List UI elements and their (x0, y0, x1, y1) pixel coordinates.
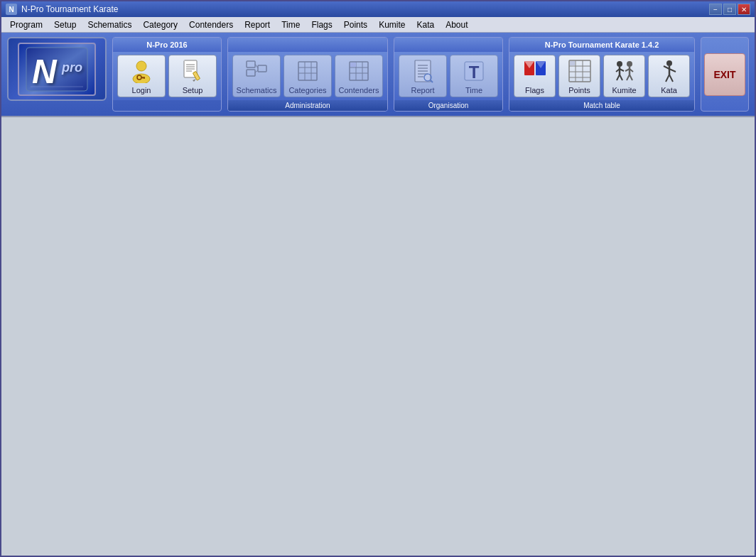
svg-text:pro: pro (61, 60, 82, 75)
org-group-title (394, 38, 502, 52)
kata-icon (657, 58, 682, 84)
toolbar-area: N pro N-Pro 2016 (1, 33, 755, 116)
setup-label: Setup (183, 86, 203, 94)
time-button[interactable]: T Time (450, 55, 498, 97)
login-label: Login (132, 86, 151, 94)
menu-points[interactable]: Points (338, 18, 373, 31)
match-buttons: Flags (509, 52, 694, 100)
org-group: Report T Time Organisation (394, 37, 503, 112)
report-label: Report (411, 86, 434, 94)
menu-kumite[interactable]: Kumite (373, 18, 411, 31)
schematics-button[interactable]: Schematics (232, 55, 281, 97)
window-controls: − □ ✕ (709, 4, 750, 15)
svg-line-71 (666, 75, 669, 82)
kumite-button[interactable]: Kumite (603, 55, 645, 97)
svg-line-59 (617, 75, 620, 80)
login-icon (129, 58, 154, 84)
svg-marker-17 (193, 79, 196, 82)
main-window: N N-Pro Tournament Karate − □ ✕ Program … (0, 0, 756, 557)
main-content-area (1, 116, 755, 556)
categories-icon (295, 58, 320, 84)
svg-point-61 (627, 61, 632, 67)
svg-rect-33 (350, 63, 356, 67)
setup-icon (180, 58, 205, 84)
match-group: N-Pro Tournament Karate 1.4.2 (509, 37, 695, 112)
admin-group-title (228, 38, 387, 52)
svg-line-72 (669, 75, 673, 82)
kata-button[interactable]: Kata (648, 55, 690, 97)
setup-button[interactable]: Setup (168, 55, 217, 97)
exit-label: EXIT (713, 69, 735, 80)
restore-button[interactable]: □ (723, 4, 736, 15)
contenders-label: Contenders (339, 86, 379, 94)
report-icon (410, 58, 436, 84)
close-button[interactable]: ✕ (738, 4, 750, 15)
time-label: Time (465, 86, 482, 94)
admin-title-placeholder (306, 40, 308, 49)
svg-line-60 (620, 75, 622, 80)
npro-group: N-Pro 2016 (112, 37, 222, 112)
svg-line-66 (630, 75, 632, 80)
flags-label: Flags (525, 86, 544, 94)
admin-section-label: Administration (228, 100, 387, 111)
menu-schematics[interactable]: Schematics (82, 18, 137, 31)
menu-report[interactable]: Report (239, 18, 276, 31)
menu-about[interactable]: About (440, 18, 473, 31)
npro-group-title: N-Pro 2016 (113, 38, 221, 52)
match-section-label: Match table (509, 100, 694, 111)
svg-line-41 (431, 80, 433, 82)
svg-point-55 (617, 61, 622, 67)
minimize-button[interactable]: − (709, 4, 722, 15)
kumite-icon (612, 58, 637, 84)
menu-bar: Program Setup Schematics Category Conten… (1, 17, 755, 33)
svg-point-4 (136, 61, 146, 71)
svg-text:N: N (32, 53, 58, 90)
svg-rect-11 (184, 60, 193, 61)
schematics-icon (244, 58, 269, 84)
svg-rect-18 (247, 61, 255, 67)
menu-flags[interactable]: Flags (306, 18, 338, 31)
svg-rect-20 (258, 65, 266, 72)
title-bar: N N-Pro Tournament Karate − □ ✕ (1, 1, 755, 17)
svg-rect-54 (570, 61, 575, 65)
admin-buttons: Schematics Categories (228, 52, 387, 100)
schematics-label: Schematics (237, 86, 277, 94)
menu-kata[interactable]: Kata (411, 18, 440, 31)
title-bar-left: N N-Pro Tournament Karate (6, 4, 119, 15)
menu-program[interactable]: Program (4, 18, 48, 31)
svg-rect-23 (298, 62, 317, 80)
points-label: Points (568, 86, 590, 94)
org-title-placeholder (447, 40, 449, 49)
svg-rect-19 (247, 70, 255, 76)
menu-contenders[interactable]: Contenders (183, 18, 239, 31)
menu-category[interactable]: Category (137, 18, 183, 31)
contenders-icon (346, 58, 372, 84)
exit-button[interactable]: EXIT (704, 53, 745, 96)
logo-inner: N pro (18, 43, 96, 96)
org-buttons: Report T Time (394, 52, 502, 100)
points-button[interactable]: Points (558, 55, 600, 97)
categories-button[interactable]: Categories (284, 55, 332, 97)
time-icon: T (461, 58, 487, 84)
app-icon: N (6, 4, 17, 15)
npro-title-label: N-Pro 2016 (146, 40, 187, 49)
menu-setup[interactable]: Setup (48, 18, 82, 31)
menu-time[interactable]: Time (276, 18, 306, 31)
npro-buttons: Login (113, 52, 221, 100)
categories-label: Categories (288, 86, 326, 94)
exit-group: EXIT (701, 37, 749, 112)
svg-text:T: T (469, 63, 480, 82)
report-button[interactable]: Report (399, 55, 447, 97)
login-button[interactable]: Login (117, 55, 166, 97)
svg-line-65 (627, 75, 630, 80)
org-section-label: Organisation (394, 100, 502, 111)
svg-point-67 (666, 60, 672, 66)
flags-button[interactable]: Flags (514, 55, 556, 97)
kumite-label: Kumite (612, 86, 636, 94)
app-logo: N pro (7, 37, 107, 101)
contenders-button[interactable]: Contenders (335, 55, 383, 97)
match-title-label: N-Pro Tournament Karate 1.4.2 (545, 40, 659, 49)
points-icon (567, 58, 593, 84)
svg-line-70 (669, 69, 676, 72)
kata-label: Kata (661, 86, 677, 94)
